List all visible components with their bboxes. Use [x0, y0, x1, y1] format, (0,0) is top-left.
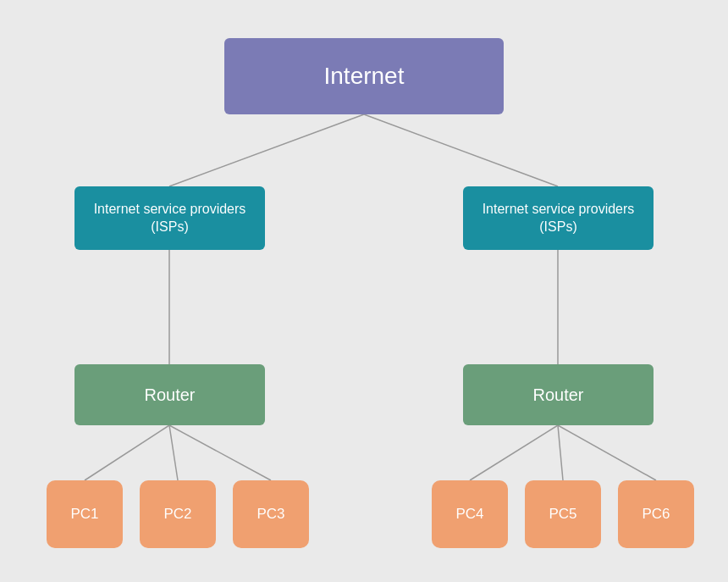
- pc3-label: PC3: [256, 506, 284, 523]
- svg-line-9: [558, 425, 656, 480]
- pc2-label: PC2: [163, 506, 191, 523]
- svg-line-5: [169, 425, 178, 480]
- svg-line-6: [169, 425, 271, 480]
- isp-left-node: Internet service providers (ISPs): [74, 186, 265, 250]
- svg-line-0: [169, 114, 364, 186]
- svg-line-7: [470, 425, 558, 480]
- router-left-label: Router: [144, 385, 195, 405]
- pc2-node: PC2: [140, 480, 216, 548]
- internet-node: Internet: [224, 38, 504, 114]
- svg-line-1: [364, 114, 558, 186]
- isp-left-label: Internet service providers (ISPs): [74, 201, 265, 236]
- isp-right-node: Internet service providers (ISPs): [463, 186, 654, 250]
- pc5-label: PC5: [549, 506, 576, 523]
- pc3-node: PC3: [233, 480, 309, 548]
- pc5-node: PC5: [525, 480, 601, 548]
- router-right-node: Router: [463, 364, 654, 425]
- pc1-label: PC1: [70, 506, 98, 523]
- pc1-node: PC1: [47, 480, 123, 548]
- router-right-label: Router: [532, 385, 583, 405]
- svg-line-8: [558, 425, 563, 480]
- pc4-label: PC4: [455, 506, 483, 523]
- pc6-label: PC6: [642, 506, 670, 523]
- isp-right-label: Internet service providers (ISPs): [463, 201, 654, 236]
- svg-line-4: [85, 425, 169, 480]
- network-diagram: Internet Internet service providers (ISP…: [0, 0, 728, 582]
- pc4-node: PC4: [432, 480, 508, 548]
- pc6-node: PC6: [618, 480, 694, 548]
- router-left-node: Router: [74, 364, 265, 425]
- internet-label: Internet: [324, 63, 405, 90]
